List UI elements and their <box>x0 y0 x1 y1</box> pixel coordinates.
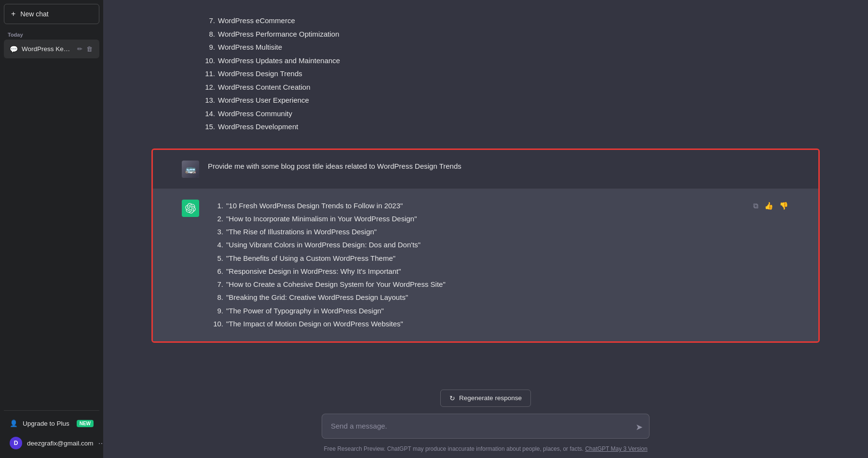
chat-item-label: WordPress Keyword Ide <box>22 45 72 53</box>
thumbs-down-button[interactable]: 👎 <box>778 201 789 211</box>
list-item: 8.WordPress Performance Optimization <box>200 28 772 40</box>
user-message: 🚌 Provide me with some blog post title i… <box>153 150 818 189</box>
list-item: 5."The Benefits of Using a Custom WordPr… <box>208 252 744 265</box>
message-input[interactable] <box>322 414 650 439</box>
list-item: 12.WordPress Content Creation <box>200 81 772 94</box>
highlighted-section: 🚌 Provide me with some blog post title i… <box>151 148 820 343</box>
blog-titles-list: 1."10 Fresh WordPress Design Trends to F… <box>208 200 744 331</box>
send-button[interactable]: ➤ <box>636 422 643 432</box>
upgrade-label: Upgrade to Plus <box>23 420 69 427</box>
main-content: 7.WordPress eCommerce8.WordPress Perform… <box>103 0 868 458</box>
list-item: 9."The Power of Typography in WordPress … <box>208 305 744 317</box>
list-item: 9.WordPress Multisite <box>200 41 772 54</box>
list-item: 13.WordPress User Experience <box>200 94 772 107</box>
sidebar-bottom: 👤 Upgrade to Plus NEW D deezgrafix@gmail… <box>4 410 99 454</box>
list-item: 7."How to Create a Cohesive Design Syste… <box>208 278 744 291</box>
assistant-content: 1."10 Fresh WordPress Design Trends to F… <box>208 200 744 331</box>
list-item: 10."The Impact of Motion Design on WordP… <box>208 318 744 330</box>
today-section-label: Today <box>4 28 99 40</box>
user-avatar: 🚌 <box>182 161 199 178</box>
list-item: 2."How to Incorporate Minimalism in Your… <box>208 213 744 225</box>
disclaimer-link[interactable]: ChatGPT May 3 Version <box>585 445 647 452</box>
disclaimer: Free Research Preview. ChatGPT may produ… <box>314 445 657 452</box>
list-item: 7.WordPress eCommerce <box>200 14 772 27</box>
keyword-list-above: 7.WordPress eCommerce8.WordPress Perform… <box>200 14 772 133</box>
upgrade-badge: NEW <box>77 420 94 427</box>
new-chat-label: New chat <box>20 10 48 18</box>
sidebar: + New chat Today 💬 WordPress Keyword Ide… <box>0 0 103 458</box>
chat-area: 7.WordPress eCommerce8.WordPress Perform… <box>103 0 868 384</box>
copy-button[interactable]: ⧉ <box>752 201 760 211</box>
previous-list-section: 7.WordPress eCommerce8.WordPress Perform… <box>103 0 868 148</box>
user-email: deezgrafix@gmail.com <box>27 440 94 447</box>
list-item: 14.WordPress Community <box>200 108 772 120</box>
chat-history-item[interactable]: 💬 WordPress Keyword Ide ✏ 🗑 <box>4 40 99 58</box>
input-row: ➤ <box>322 414 650 441</box>
assistant-message: 1."10 Fresh WordPress Design Trends to F… <box>153 189 818 342</box>
regenerate-label: Regenerate response <box>459 394 522 402</box>
list-item: 3."The Rise of Illustrations in WordPres… <box>208 226 744 238</box>
assistant-actions: ⧉ 👍 👎 <box>752 200 789 211</box>
regenerate-button[interactable]: ↻ Regenerate response <box>440 390 531 407</box>
chat-icon: 💬 <box>10 45 18 53</box>
new-chat-button[interactable]: + New chat <box>4 4 99 24</box>
thumbs-up-button[interactable]: 👍 <box>763 201 774 211</box>
list-item: 6."Responsive Design in WordPress: Why I… <box>208 265 744 278</box>
list-item: 11.WordPress Design Trends <box>200 67 772 80</box>
edit-icon[interactable]: ✏ <box>76 44 83 54</box>
user-profile-item[interactable]: D deezgrafix@gmail.com ··· <box>4 432 99 454</box>
person-icon: 👤 <box>10 419 18 427</box>
disclaimer-text: Free Research Preview. ChatGPT may produ… <box>324 445 583 452</box>
list-item: 15.WordPress Development <box>200 121 772 133</box>
upgrade-to-plus-item[interactable]: 👤 Upgrade to Plus NEW <box>4 415 99 432</box>
list-item: 4."Using Vibrant Colors in WordPress Des… <box>208 239 744 251</box>
delete-icon[interactable]: 🗑 <box>85 44 94 54</box>
list-item: 10.WordPress Updates and Maintenance <box>200 54 772 67</box>
avatar: D <box>10 437 22 449</box>
list-item: 8."Breaking the Grid: Creative WordPress… <box>208 291 744 304</box>
list-item: 1."10 Fresh WordPress Design Trends to F… <box>208 200 744 212</box>
gpt-avatar <box>182 200 199 217</box>
bottom-bar: ↻ Regenerate response ➤ Free Research Pr… <box>103 384 868 458</box>
user-message-text: Provide me with some blog post title ide… <box>208 161 789 172</box>
plus-icon: + <box>11 10 15 18</box>
regenerate-icon: ↻ <box>449 394 455 402</box>
user-avatar-image: 🚌 <box>182 161 199 178</box>
chat-item-actions: ✏ 🗑 <box>76 44 94 54</box>
